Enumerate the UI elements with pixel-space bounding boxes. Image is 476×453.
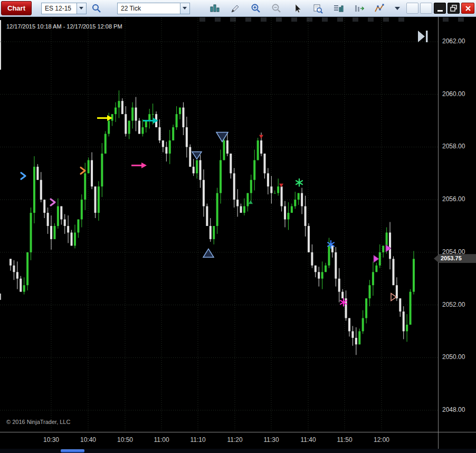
chart-style-icon [210, 3, 220, 14]
chart-area[interactable]: 12/17/2015 10:18 AM - 12/17/2015 12:08 P… [0, 17, 438, 432]
price-axis-label: 2062.00 [442, 37, 465, 45]
taskbar-app-indicator[interactable] [61, 449, 84, 452]
instrument-select[interactable]: ES 12-15 [41, 3, 87, 14]
pencil-icon [230, 3, 241, 14]
left-edge-artifacts [0, 20, 1, 300]
chart-tab-label: Chart [7, 4, 25, 12]
time-axis-label: 11:10 [190, 436, 205, 443]
chevron-right-marker [51, 199, 55, 205]
last-price-tag: 2053.75 [434, 254, 476, 263]
indicators-button[interactable] [373, 2, 386, 15]
axis-corner-divider [438, 432, 439, 449]
chevron-right-marker [21, 173, 25, 179]
zoom-in-icon [251, 3, 261, 14]
zoom-out-button[interactable] [270, 2, 283, 15]
signal-markers [21, 115, 396, 306]
price-axis-label: 2048.00 [442, 406, 465, 413]
zoom-in-button[interactable] [249, 2, 263, 15]
window-controls [406, 3, 475, 14]
chart-trader-button[interactable] [331, 2, 345, 15]
instrument-lookup-button[interactable] [90, 2, 103, 15]
price-axis-label: 2056.00 [442, 195, 465, 203]
zoom-out-icon [271, 3, 282, 14]
time-axis-label: 12:00 [374, 436, 389, 443]
time-axis[interactable]: 10:3010:4010:5011:0011:1011:2011:3011:40… [0, 432, 476, 449]
indicators-icon [374, 3, 385, 14]
time-axis-label: 11:20 [227, 436, 242, 443]
more-tools-dropdown[interactable] [393, 2, 402, 15]
period-value: 22 Tick [118, 3, 180, 14]
taskbar-strip [0, 449, 476, 453]
cursor-button[interactable] [290, 2, 304, 15]
time-axis-label: 10:40 [80, 436, 96, 443]
chevron-down-icon [394, 6, 401, 11]
asterisk-marker [296, 179, 302, 186]
clipped-icons-artifact [443, 17, 473, 22]
triangle-up-marker [203, 249, 214, 257]
chart-trader-icon [333, 3, 344, 14]
chart-tab[interactable]: Chart [1, 1, 32, 15]
clipped-icons-artifact [199, 17, 406, 22]
price-axis-label: 2060.00 [442, 90, 465, 98]
window-extra-button-2[interactable] [420, 3, 432, 14]
drawing-tools-button[interactable] [229, 2, 242, 15]
chart-style-button[interactable] [208, 2, 222, 15]
window-extra-button-1[interactable] [406, 3, 418, 14]
time-axis-label: 11:40 [300, 436, 316, 443]
data-box-button[interactable] [311, 2, 325, 15]
cursor-icon [292, 3, 302, 14]
minimize-button[interactable] [434, 3, 446, 14]
bar-type-icon [354, 3, 364, 14]
bar-type-button[interactable] [352, 2, 366, 15]
instrument-value: ES 12-15 [42, 3, 77, 14]
time-axis-label: 11:50 [337, 436, 352, 443]
chevron-right-marker [81, 167, 85, 174]
toolbar: Chart ES 12-15 22 Tick [0, 0, 476, 17]
restore-button[interactable] [448, 3, 460, 14]
triangle-right-marker [391, 294, 396, 301]
time-axis-label: 10:30 [43, 436, 59, 443]
triangle-right-marker [374, 255, 379, 262]
toolbar-icon-group [208, 2, 402, 15]
close-icon [465, 5, 471, 12]
time-axis-label: 11:00 [154, 436, 169, 443]
time-axis-label: 11:30 [263, 436, 279, 443]
minimize-icon [437, 10, 443, 12]
copyright-label: © 2016 NinjaTrader, LLC [6, 419, 70, 425]
data-box-icon [312, 3, 323, 14]
search-icon [91, 3, 102, 14]
price-chart[interactable] [0, 17, 438, 432]
price-axis[interactable]: 2053.75 2062.002060.002058.002056.002054… [438, 17, 476, 432]
price-axis-label: 2052.00 [442, 301, 465, 308]
chart-time-range-label: 12/17/2015 10:18 AM - 12/17/2015 12:08 P… [6, 23, 122, 30]
restore-icon [449, 4, 458, 13]
price-axis-label: 2050.00 [442, 353, 465, 361]
small-triangle-down-marker [279, 184, 283, 187]
chevron-down-icon[interactable] [180, 3, 189, 14]
triangle-down-marker [216, 132, 228, 141]
period-select[interactable]: 22 Tick [117, 3, 190, 14]
scroll-to-end-icon[interactable] [417, 30, 430, 43]
price-axis-label: 2058.00 [442, 143, 465, 150]
small-triangle-down-marker [259, 135, 263, 138]
time-axis-label: 10:50 [117, 436, 133, 443]
chevron-down-icon[interactable] [77, 3, 86, 14]
close-button[interactable] [461, 3, 474, 14]
small-triangle-up-marker [249, 200, 253, 204]
candles [9, 90, 415, 355]
